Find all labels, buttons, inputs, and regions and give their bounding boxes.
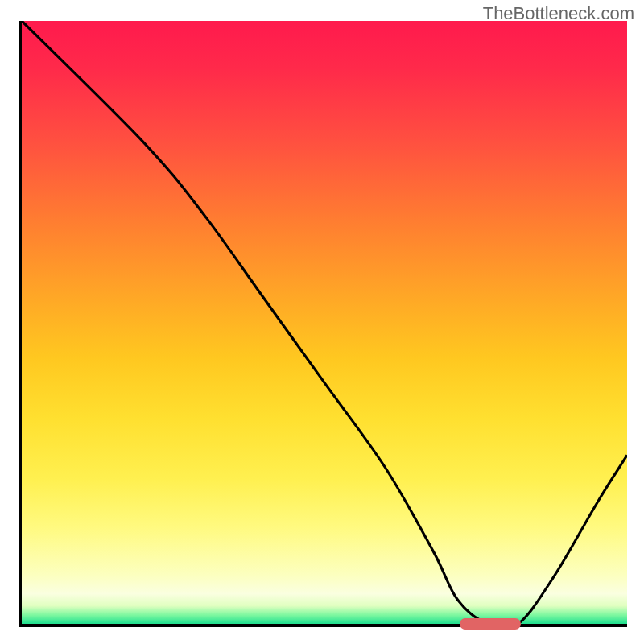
optimal-marker: [460, 618, 521, 630]
watermark-text: TheBottleneck.com: [483, 3, 634, 24]
plot-area: [19, 21, 627, 627]
bottleneck-chart: TheBottleneck.com: [0, 0, 644, 644]
curve-svg: [22, 21, 627, 624]
bottleneck-curve: [22, 21, 627, 624]
